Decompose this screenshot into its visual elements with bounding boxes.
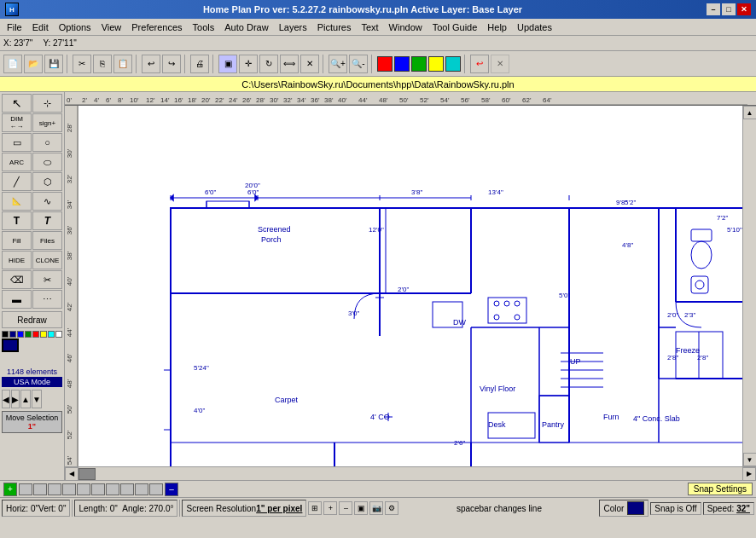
- menu-text[interactable]: Text: [356, 20, 383, 34]
- print-button[interactable]: 🖨: [190, 55, 209, 73]
- color-green[interactable]: [411, 56, 427, 72]
- menu-file[interactable]: File: [2, 20, 27, 34]
- palette-black[interactable]: [2, 331, 9, 338]
- nav-down[interactable]: ▼: [32, 390, 42, 408]
- color-preview[interactable]: [627, 501, 644, 515]
- menu-layers[interactable]: Layers: [274, 20, 312, 34]
- menu-pictures[interactable]: Pictures: [312, 20, 357, 34]
- redraw-button[interactable]: Redraw: [2, 311, 62, 328]
- right-scrollbar[interactable]: ▲ ▼: [742, 106, 756, 466]
- scroll-left-button[interactable]: ◀: [65, 467, 79, 481]
- bottom-scrollbar[interactable]: ◀ ▶: [65, 466, 756, 480]
- zoom-fit-button[interactable]: ⊞: [308, 501, 322, 515]
- menu-window[interactable]: Window: [384, 20, 427, 34]
- color-cyan[interactable]: [445, 56, 461, 72]
- save-button[interactable]: 💾: [44, 55, 63, 73]
- nav-left[interactable]: ◀: [2, 390, 10, 408]
- minimize-button[interactable]: –: [707, 3, 720, 15]
- open-button[interactable]: 📂: [24, 55, 43, 73]
- color-red[interactable]: [377, 56, 393, 72]
- nav-right[interactable]: ▶: [11, 390, 20, 408]
- color-blue[interactable]: [394, 56, 410, 72]
- add-icon[interactable]: +: [3, 483, 17, 496]
- new-button[interactable]: 📄: [3, 55, 22, 73]
- view-toggle-button[interactable]: ▣: [354, 501, 368, 515]
- measure-tool[interactable]: 📐: [2, 192, 32, 211]
- view-icon-6[interactable]: [91, 483, 105, 495]
- drawing-area[interactable]: Screened Porch DW Carpet Vinyl Floor Des…: [79, 106, 742, 466]
- undo-button[interactable]: ↩: [142, 55, 160, 73]
- undo2-button[interactable]: ↩: [470, 55, 489, 73]
- palette-yellow[interactable]: [40, 331, 47, 338]
- clone-tool[interactable]: CLONE: [32, 251, 62, 269]
- text2-tool[interactable]: T: [32, 211, 62, 230]
- pointer-tool[interactable]: ⊹: [32, 94, 62, 113]
- view-icon-1[interactable]: [19, 483, 32, 495]
- zoom-minus-button[interactable]: –: [339, 501, 352, 515]
- view-icon-3[interactable]: [48, 483, 61, 495]
- dots-tool[interactable]: ⋯: [32, 290, 62, 309]
- wall-tool[interactable]: ▭: [2, 133, 32, 152]
- redo-button[interactable]: ↪: [162, 55, 181, 73]
- sign-tool[interactable]: sign+: [32, 113, 62, 132]
- box-tool[interactable]: ▬: [2, 290, 32, 309]
- maximize-button[interactable]: □: [722, 3, 736, 15]
- menu-options[interactable]: Options: [54, 20, 96, 34]
- camera-button[interactable]: 📷: [369, 501, 383, 515]
- palette-white[interactable]: [55, 331, 62, 338]
- scroll-right-button[interactable]: ▶: [742, 467, 756, 481]
- close-button[interactable]: ✕: [737, 3, 751, 15]
- dim-tool[interactable]: DIM←→: [2, 113, 32, 132]
- select-button[interactable]: ▣: [218, 55, 237, 73]
- color-yellow[interactable]: [428, 56, 444, 72]
- trim-tool[interactable]: ✂: [32, 270, 62, 289]
- select-tool[interactable]: ↖: [2, 94, 32, 113]
- ellipse-tool[interactable]: ⬭: [32, 153, 62, 171]
- view-icon-9[interactable]: [135, 483, 148, 495]
- menu-autodraw[interactable]: Auto Draw: [219, 20, 273, 34]
- palette-green[interactable]: [25, 331, 32, 338]
- view-icon-8[interactable]: [120, 483, 134, 495]
- scroll-up-button[interactable]: ▲: [743, 106, 757, 119]
- palette-cyan[interactable]: [48, 331, 55, 338]
- rotate-button[interactable]: ↻: [259, 55, 278, 73]
- palette-navy[interactable]: [9, 331, 16, 338]
- menu-toolguide[interactable]: Tool Guide: [427, 20, 483, 34]
- palette-red[interactable]: [32, 331, 39, 338]
- snap-settings-button[interactable]: Snap Settings: [688, 483, 753, 495]
- view-icon-2[interactable]: [33, 483, 47, 495]
- undo-disabled[interactable]: ✕: [491, 55, 509, 73]
- zoom-plus-button[interactable]: +: [323, 501, 337, 515]
- menu-updates[interactable]: Updates: [512, 20, 557, 34]
- move-button[interactable]: ✛: [239, 55, 258, 73]
- menu-edit[interactable]: Edit: [27, 20, 54, 34]
- cut-button[interactable]: ✂: [73, 55, 91, 73]
- palette-blue[interactable]: [17, 331, 24, 338]
- line-tool[interactable]: ╱: [2, 172, 32, 191]
- delete-button[interactable]: ✕: [300, 55, 319, 73]
- view-icon-10[interactable]: [149, 483, 163, 495]
- files-tool[interactable]: Files: [32, 231, 62, 250]
- active-color-box[interactable]: [2, 338, 19, 352]
- spline-tool[interactable]: ∿: [32, 192, 62, 211]
- mirror-button[interactable]: ⟺: [280, 55, 299, 73]
- view-icon-4[interactable]: [62, 483, 76, 495]
- poly-tool[interactable]: ⬡: [32, 172, 62, 191]
- zoom-out-button[interactable]: 🔍-: [349, 55, 368, 73]
- settings-button[interactable]: ⚙: [385, 501, 398, 515]
- view-icon-7[interactable]: [106, 483, 119, 495]
- scroll-thumb-left[interactable]: [79, 468, 96, 480]
- menu-view[interactable]: View: [96, 20, 127, 34]
- nav-up[interactable]: ▲: [20, 390, 31, 408]
- remove-icon[interactable]: –: [165, 483, 178, 496]
- menu-tools[interactable]: Tools: [188, 20, 220, 34]
- hide-tool[interactable]: HIDE: [2, 251, 32, 269]
- scroll-down-button[interactable]: ▼: [743, 453, 757, 466]
- eraser-tool[interactable]: ⌫: [2, 270, 32, 289]
- fill-tool[interactable]: Fill: [2, 231, 32, 250]
- text-tool[interactable]: T: [2, 211, 32, 230]
- menu-preferences[interactable]: Preferences: [126, 20, 187, 34]
- paste-button[interactable]: 📋: [113, 55, 132, 73]
- circle-tool[interactable]: ○: [32, 133, 62, 152]
- arc-tool[interactable]: ARC: [2, 153, 32, 171]
